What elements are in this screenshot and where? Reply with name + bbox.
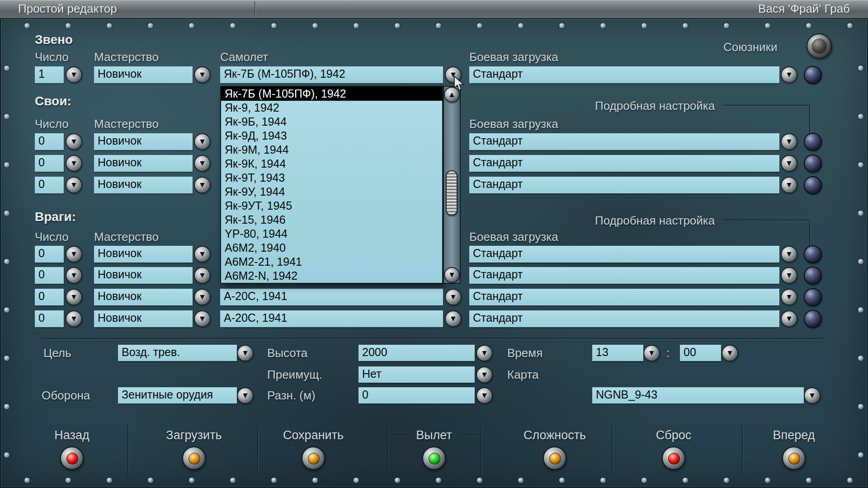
friend-count-field[interactable]: 0 [35, 177, 64, 193]
enemy-loadout-arrow-icon[interactable]: ▼ [781, 310, 797, 327]
scrollbar-thumb[interactable] [446, 170, 458, 216]
enemy-detail-button[interactable] [804, 267, 822, 285]
enemy-detail-button[interactable] [804, 288, 822, 306]
advantage-arrow-icon[interactable]: ▼ [476, 366, 493, 383]
friend-count-arrow-icon[interactable]: ▼ [66, 177, 82, 193]
enemy-count-field[interactable]: 0 [35, 267, 64, 284]
enemy-skill-arrow-icon[interactable]: ▼ [194, 267, 211, 284]
difficulty-button[interactable] [543, 446, 566, 470]
defense-field[interactable]: Зенитные орудия [118, 387, 237, 404]
plane-option[interactable]: A6M2, 1940 [221, 241, 442, 255]
flight-plane-field[interactable]: Як-7Б (М-105ПФ), 1942 [220, 66, 443, 83]
enemy-count-field[interactable]: 0 [35, 289, 64, 305]
friend-loadout-arrow-icon[interactable]: ▼ [781, 177, 797, 193]
defense-arrow-icon[interactable]: ▼ [237, 387, 254, 404]
friend-skill-arrow-icon[interactable]: ▼ [194, 133, 211, 150]
flight-count-field[interactable]: 1 [35, 66, 64, 83]
flight-loadout-field[interactable]: Стандарт [469, 66, 779, 83]
friend-loadout-field[interactable]: Стандарт [469, 177, 779, 193]
friend-detail-button[interactable] [804, 155, 822, 173]
plane-option[interactable]: A6M2-N, 1942 [221, 269, 442, 283]
enemy-skill-field[interactable]: Новичок [94, 289, 193, 305]
enemy-count-arrow-icon[interactable]: ▼ [66, 289, 82, 305]
enemy-skill-field[interactable]: Новичок [94, 310, 193, 327]
map-field[interactable]: NGNB_9-43 [592, 387, 804, 404]
friend-skill-field[interactable]: Новичок [94, 177, 193, 193]
enemy-loadout-field[interactable]: Стандарт [469, 246, 779, 263]
enemy-skill-arrow-icon[interactable]: ▼ [194, 310, 211, 327]
time-minute-arrow-icon[interactable]: ▼ [722, 345, 738, 361]
enemy-loadout-arrow-icon[interactable]: ▼ [781, 246, 797, 263]
friend-skill-arrow-icon[interactable]: ▼ [194, 177, 211, 193]
flight-loadout-arrow-icon[interactable]: ▼ [781, 66, 797, 83]
enemy-detail-button[interactable] [804, 310, 822, 328]
fly-button[interactable] [422, 446, 446, 470]
friend-count-arrow-icon[interactable]: ▼ [66, 155, 82, 172]
reset-button[interactable] [662, 446, 685, 470]
spread-arrow-icon[interactable]: ▼ [476, 387, 493, 404]
allies-knob[interactable] [807, 33, 832, 59]
flight-skill-arrow-icon[interactable]: ▼ [194, 66, 211, 83]
altitude-arrow-icon[interactable]: ▼ [476, 345, 493, 361]
friend-skill-field[interactable]: Новичок [94, 155, 193, 172]
friend-detail-button[interactable] [804, 176, 822, 194]
flight-detail-button[interactable] [804, 66, 822, 84]
friend-detail-button[interactable] [804, 133, 822, 151]
load-button[interactable] [182, 446, 206, 470]
time-hour-arrow-icon[interactable]: ▼ [643, 345, 660, 361]
enemy-loadout-arrow-icon[interactable]: ▼ [781, 289, 797, 305]
plane-option[interactable]: Як-15, 1946 [221, 213, 442, 227]
enemy-plane-arrow-icon[interactable]: ▼ [445, 289, 462, 305]
enemy-plane-field[interactable]: A-20C, 1941 [220, 310, 443, 327]
friend-skill-arrow-icon[interactable]: ▼ [194, 155, 211, 172]
flight-count-arrow-icon[interactable]: ▼ [66, 66, 82, 83]
advantage-field[interactable]: Нет [359, 366, 475, 383]
spread-field[interactable]: 0 [359, 387, 475, 404]
map-arrow-icon[interactable]: ▼ [804, 387, 821, 404]
enemy-skill-arrow-icon[interactable]: ▼ [194, 289, 211, 305]
plane-option[interactable]: Як-9Д, 1943 [221, 129, 442, 143]
plane-option[interactable]: Як-9М, 1944 [221, 143, 442, 157]
plane-option[interactable]: Як-7Б (М-105ПФ), 1942 [221, 87, 442, 101]
enemy-loadout-field[interactable]: Стандарт [469, 267, 779, 284]
altitude-field[interactable]: 2000 [359, 345, 475, 361]
scrollbar-down-arrow-icon[interactable]: ▼ [444, 267, 460, 283]
enemy-count-arrow-icon[interactable]: ▼ [66, 267, 82, 284]
enemy-detail-button[interactable] [804, 245, 822, 263]
plane-option[interactable]: Як-9Т, 1943 [221, 171, 442, 185]
time-hour-field[interactable]: 13 [592, 345, 643, 361]
plane-option[interactable]: A6M2-21, 1941 [221, 255, 442, 269]
back-button[interactable] [60, 446, 84, 470]
enemy-count-field[interactable]: 0 [35, 246, 64, 263]
enemy-skill-field[interactable]: Новичок [94, 246, 193, 263]
friend-loadout-field[interactable]: Стандарт [469, 133, 779, 150]
plane-option[interactable]: Як-9К, 1944 [221, 157, 442, 171]
flight-skill-field[interactable]: Новичок [94, 66, 193, 83]
friend-skill-field[interactable]: Новичок [94, 133, 193, 150]
plane-option[interactable]: Як-9У, 1944 [221, 185, 442, 199]
friend-count-field[interactable]: 0 [35, 133, 64, 150]
plane-option[interactable]: Як-9Б, 1944 [221, 115, 442, 129]
friend-loadout-arrow-icon[interactable]: ▼ [781, 133, 797, 150]
enemy-skill-field[interactable]: Новичок [94, 267, 193, 284]
friend-count-field[interactable]: 0 [35, 155, 64, 172]
enemy-plane-field[interactable]: A-20C, 1941 [220, 289, 443, 305]
enemy-loadout-arrow-icon[interactable]: ▼ [781, 267, 797, 284]
plane-option[interactable]: Як-9УТ, 1945 [221, 199, 442, 213]
plane-option[interactable]: Як-9, 1942 [221, 101, 442, 115]
forward-button[interactable] [782, 446, 806, 470]
friend-count-arrow-icon[interactable]: ▼ [66, 133, 82, 150]
friend-loadout-arrow-icon[interactable]: ▼ [781, 155, 797, 172]
save-button[interactable] [302, 446, 325, 470]
time-minute-field[interactable]: 00 [680, 345, 721, 361]
enemy-count-arrow-icon[interactable]: ▼ [66, 310, 82, 327]
enemy-count-arrow-icon[interactable]: ▼ [66, 246, 82, 263]
enemy-plane-arrow-icon[interactable]: ▼ [445, 310, 462, 327]
friend-loadout-field[interactable]: Стандарт [469, 155, 779, 172]
target-arrow-icon[interactable]: ▼ [237, 345, 254, 361]
target-field[interactable]: Возд. трев. [118, 345, 237, 361]
enemy-count-field[interactable]: 0 [35, 310, 64, 327]
enemy-loadout-field[interactable]: Стандарт [469, 289, 779, 305]
enemy-loadout-field[interactable]: Стандарт [469, 310, 779, 327]
enemy-skill-arrow-icon[interactable]: ▼ [194, 246, 211, 263]
